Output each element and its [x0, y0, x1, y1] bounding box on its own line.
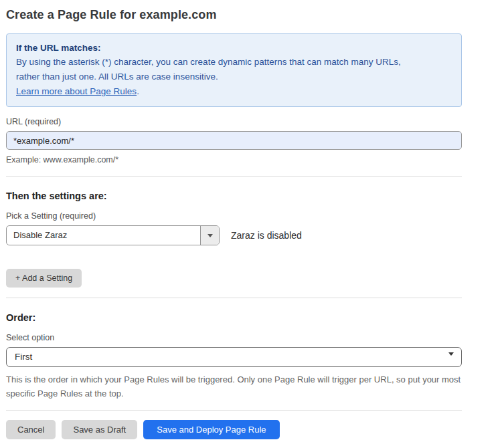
chevron-down-icon — [448, 356, 454, 368]
learn-more-link[interactable]: Learn more about Page Rules — [16, 86, 137, 96]
setting-select-arrow-button[interactable] — [200, 226, 219, 245]
link-suffix: . — [137, 86, 139, 96]
chevron-down-icon — [207, 234, 213, 237]
setting-status-text: Zaraz is disabled — [231, 230, 302, 241]
save-draft-button[interactable]: Save as Draft — [62, 420, 137, 439]
page-title: Create a Page Rule for example.com — [6, 8, 462, 22]
url-example-text: Example: www.example.com/* — [6, 155, 462, 164]
footer-button-row: Cancel Save as Draft Save and Deploy Pag… — [6, 420, 462, 439]
order-help-text: This is the order in which your Page Rul… — [6, 372, 462, 401]
page-rule-form: Create a Page Rule for example.com If th… — [0, 0, 502, 439]
setting-picker-label: Pick a Setting (required) — [6, 211, 462, 221]
settings-section-heading: Then the settings are: — [6, 191, 462, 201]
section-divider — [6, 176, 462, 177]
add-setting-button[interactable]: + Add a Setting — [6, 269, 82, 288]
order-section-heading: Order: — [6, 312, 462, 323]
info-box-heading: If the URL matches: — [16, 41, 452, 55]
setting-select[interactable]: Disable Zaraz — [6, 225, 220, 245]
url-match-info-box: If the URL matches: By using the asteris… — [6, 33, 462, 107]
order-select-label: Select option — [6, 333, 462, 342]
cancel-button[interactable]: Cancel — [6, 420, 56, 439]
info-box-link-line: Learn more about Page Rules. — [16, 84, 452, 99]
save-deploy-button[interactable]: Save and Deploy Page Rule — [143, 420, 279, 439]
url-field-label: URL (required) — [6, 117, 462, 126]
order-select[interactable]: First — [6, 347, 462, 367]
setting-row: Disable Zaraz Zaraz is disabled — [6, 225, 462, 245]
info-box-body: By using the asterisk (*) character, you… — [16, 55, 404, 84]
section-divider — [6, 298, 462, 298]
order-select-value: First — [7, 348, 461, 366]
url-input[interactable] — [6, 131, 462, 150]
setting-select-value: Disable Zaraz — [7, 226, 200, 245]
section-divider — [6, 410, 462, 411]
